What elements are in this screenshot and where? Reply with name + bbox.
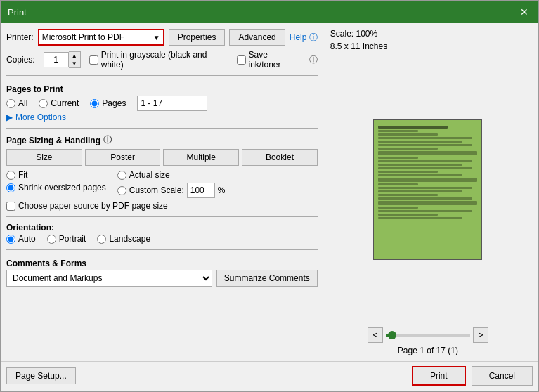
actual-size-radio-label[interactable]: Actual size [117, 170, 226, 180]
left-panel: Printer: Microsoft Print to PDF ▼ Proper… [6, 29, 318, 355]
right-panel: Scale: 100% 8.5 x 11 Inches [323, 29, 533, 355]
save-ink-info-icon[interactable]: ⓘ [309, 54, 318, 66]
pages-row: All Current Pages [6, 96, 318, 111]
multiple-button[interactable]: Multiple [163, 149, 239, 166]
page-sizing-section: Page Sizing & Handling ⓘ Size Poster Mul… [6, 134, 318, 211]
prev-page-button[interactable]: < [368, 327, 383, 343]
help-link[interactable]: Help ⓘ [290, 32, 318, 44]
next-page-button[interactable]: > [473, 327, 488, 343]
preview-line [378, 160, 472, 162]
cancel-button[interactable]: Cancel [472, 366, 533, 386]
save-ink-checkbox-label[interactable]: Save ink/toner [237, 50, 301, 70]
custom-scale-row: Custom Scale: % [117, 183, 226, 198]
spinner-buttons: ▲ ▼ [69, 51, 81, 68]
current-radio[interactable] [39, 99, 48, 108]
preview-line [378, 144, 472, 146]
preview-line [378, 197, 472, 200]
pages-range-input[interactable] [137, 96, 207, 111]
dialog-body: Printer: Microsoft Print to PDF ▼ Proper… [1, 23, 538, 361]
print-dialog: Print ✕ Printer: Microsoft Print to PDF … [0, 0, 539, 392]
all-radio-label[interactable]: All [6, 98, 27, 108]
properties-button[interactable]: Properties [169, 29, 226, 46]
portrait-radio-label[interactable]: Portrait [47, 234, 86, 244]
page-nav-row: < > [323, 327, 533, 343]
preview-line [378, 157, 417, 159]
preview-line [378, 148, 438, 150]
all-radio[interactable] [6, 99, 15, 108]
preview-page [373, 119, 482, 260]
pages-to-print-section: Pages to Print All Current Pages [6, 81, 318, 122]
paper-size-text: 8.5 x 11 Inches [330, 41, 387, 51]
shrink-radio-label[interactable]: Shrink oversized pages [6, 183, 106, 192]
grayscale-checkbox[interactable] [89, 55, 98, 65]
paper-source-checkbox[interactable] [6, 202, 15, 211]
printer-dropdown-arrow-icon: ▼ [153, 34, 160, 41]
actual-size-radio[interactable] [117, 171, 126, 180]
preview-text-lines [374, 120, 481, 225]
page-setup-button[interactable]: Page Setup... [6, 367, 76, 384]
close-button[interactable]: ✕ [517, 5, 531, 19]
save-ink-checkbox[interactable] [237, 55, 246, 65]
title-bar: Print ✕ [1, 1, 538, 23]
dialog-title: Print [8, 7, 27, 18]
preview-line [378, 167, 472, 169]
comments-forms-section: Comments & Forms Document and Markups Do… [6, 256, 318, 287]
print-button[interactable]: Print [412, 366, 466, 386]
auto-radio[interactable] [6, 235, 15, 244]
comments-section-header: Comments & Forms [6, 259, 318, 268]
preview-line [378, 183, 417, 185]
preview-line [378, 133, 438, 136]
copies-spinner: ▲ ▼ [44, 51, 81, 68]
landscape-radio[interactable] [97, 235, 106, 244]
size-button[interactable]: Size [6, 149, 82, 166]
orientation-label: Orientation: [6, 223, 54, 233]
page-slider[interactable] [386, 334, 470, 337]
copies-label: Copies: [6, 55, 35, 65]
shrink-radio[interactable] [6, 183, 15, 192]
preview-line [378, 207, 417, 209]
more-options[interactable]: ▶ More Options [6, 112, 318, 122]
pages-radio-label[interactable]: Pages [90, 98, 126, 108]
paper-source-row: Choose paper source by PDF page size [6, 201, 318, 211]
preview-line [378, 214, 438, 216]
pages-section-header: Pages to Print [6, 84, 318, 94]
advanced-button[interactable]: Advanced [229, 29, 285, 46]
poster-button[interactable]: Poster [85, 149, 161, 166]
grayscale-checkbox-label[interactable]: Print in grayscale (black and white) [89, 50, 228, 70]
copies-input[interactable] [44, 52, 69, 67]
auto-radio-label[interactable]: Auto [6, 234, 36, 244]
custom-scale-radio[interactable] [117, 186, 126, 195]
printer-select[interactable]: Microsoft Print to PDF ▼ [38, 29, 164, 46]
printer-row: Printer: Microsoft Print to PDF ▼ Proper… [6, 29, 318, 46]
sizing-col-right: Actual size Custom Scale: % [117, 170, 226, 198]
spinner-up-button[interactable]: ▲ [69, 52, 80, 60]
printer-value: Microsoft Print to PDF [42, 32, 124, 42]
preview-line [378, 164, 462, 166]
page-info-text: Page 1 of 17 (1) [398, 346, 458, 355]
current-radio-label[interactable]: Current [39, 98, 79, 108]
comments-select[interactable]: Document and Markups Document Form Field… [6, 270, 212, 287]
orientation-row: Auto Portrait Landscape [6, 234, 318, 244]
booklet-button[interactable]: Booklet [242, 149, 318, 166]
preview-line [378, 210, 472, 212]
preview-container [323, 54, 533, 325]
custom-scale-input[interactable] [187, 183, 215, 198]
slider-thumb[interactable] [388, 331, 396, 339]
custom-scale-radio-label[interactable]: Custom Scale: [117, 185, 184, 195]
preview-line [378, 141, 462, 143]
fit-radio[interactable] [6, 171, 15, 180]
summarize-comments-button[interactable]: Summarize Comments [216, 270, 318, 287]
landscape-radio-label[interactable]: Landscape [97, 234, 150, 244]
fit-radio-label[interactable]: Fit [6, 170, 106, 180]
sizing-info-icon[interactable]: ⓘ [103, 134, 112, 146]
sizing-col-left: Fit Shrink oversized pages [6, 170, 106, 198]
preview-line [378, 174, 462, 176]
spinner-down-button[interactable]: ▼ [69, 60, 80, 67]
paper-source-checkbox-label[interactable]: Choose paper source by PDF page size [6, 201, 168, 211]
pages-radio[interactable] [90, 99, 99, 108]
preview-line [378, 190, 462, 192]
help-icon: ⓘ [309, 32, 318, 42]
sizing-options-row: Fit Shrink oversized pages Actual size [6, 170, 318, 198]
portrait-radio[interactable] [47, 235, 56, 244]
preview-line [378, 130, 417, 132]
